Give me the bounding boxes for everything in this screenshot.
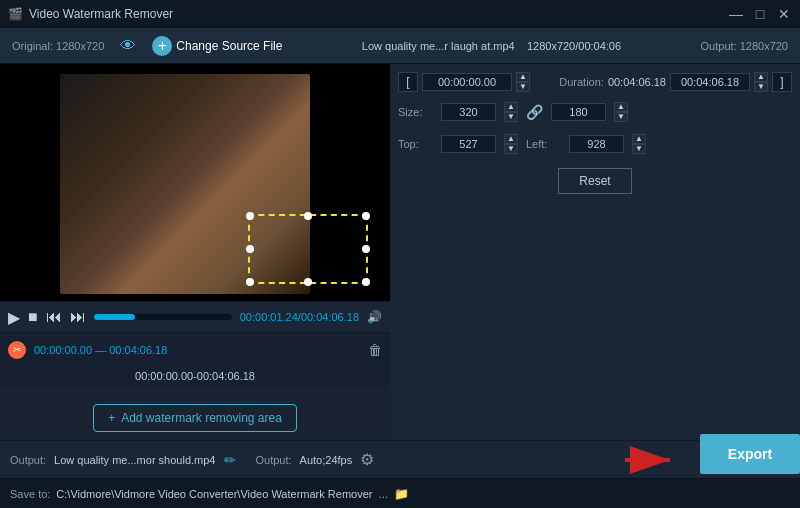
corner-handle-tm[interactable] [304,212,312,220]
eye-icon[interactable]: 👁 [120,37,136,55]
time-display: 00:00:01.24/00:04:06.18 [240,311,359,323]
stop-button[interactable]: ■ [28,308,38,326]
corner-handle-tr[interactable] [362,212,370,220]
volume-icon[interactable]: 🔊 [367,310,382,324]
file-details: 1280x720/00:04:06 [527,40,621,52]
saveto-label: Save to: [10,488,50,500]
position-row: Top: ▲ ▼ Left: ▲ ▼ [398,132,792,156]
titlebar-controls: — □ ✕ [728,6,792,22]
time-bracket-row: [ ▲ ▼ Duration: 00:04:06.18 ▲ ▼ ] [398,72,792,92]
minimize-button[interactable]: — [728,6,744,22]
playback-controls: ▶ ■ ⏮ ⏭ 00:00:01.24/00:04:06.18 🔊 [0,301,390,333]
start-time-input[interactable] [422,73,512,91]
trash-icon[interactable]: 🗑 [368,342,382,358]
watermark-selection-box[interactable] [248,214,368,284]
top-spinner: ▲ ▼ [504,134,518,154]
clip-row: ✂ 00:00:00.00 — 00:04:06.18 🗑 [0,332,390,366]
top-label: Top: [398,138,433,150]
right-panel: [ ▲ ▼ Duration: 00:04:06.18 ▲ ▼ ] Size: [390,64,800,440]
titlebar: 🎬 Video Watermark Remover — □ ✕ [0,0,800,28]
add-watermark-label: Add watermark removing area [121,411,282,425]
export-button[interactable]: Export [700,434,800,474]
width-input[interactable] [441,103,496,121]
height-down[interactable]: ▼ [614,112,628,122]
titlebar-left: 🎬 Video Watermark Remover [8,7,173,21]
start-time-up[interactable]: ▲ [516,72,530,82]
output-filename: Low quality me...mor should.mp4 [54,454,215,466]
width-down[interactable]: ▼ [504,112,518,122]
corner-handle-bl[interactable] [246,278,254,286]
clip-time-range: 00:00:00.00 — 00:04:06.18 [34,344,167,356]
output-file-label: Output: [10,454,46,466]
corner-handle-rm[interactable] [362,245,370,253]
frame-fwd-button[interactable]: ⏭ [70,308,86,326]
settings-icon[interactable]: ⚙ [360,450,374,469]
output-resolution-label: Output: 1280x720 [701,40,788,52]
top-down[interactable]: ▼ [504,144,518,154]
corner-handle-tl[interactable] [246,212,254,220]
width-spinner: ▲ ▼ [504,102,518,122]
saveto-dots-button[interactable]: ... [378,487,388,501]
clip-duration-display: 00:00:00.00-00:04:06.18 [0,366,390,386]
top-input[interactable] [441,135,496,153]
left-spinner: ▲ ▼ [632,134,646,154]
edit-icon[interactable]: ✏ [224,452,236,468]
folder-icon[interactable]: 📁 [394,487,409,501]
end-time-input[interactable] [670,73,750,91]
toolbar: Original: 1280x720 👁 + Change Source Fil… [0,28,800,64]
left-input[interactable] [569,135,624,153]
close-button[interactable]: ✕ [776,6,792,22]
app-title: Video Watermark Remover [29,7,173,21]
end-time-spinner: ▲ ▼ [754,72,768,92]
duration-label: Duration: [559,76,604,88]
output-bar: Output: Low quality me...mor should.mp4 … [0,440,800,478]
content-area: ▶ ■ ⏮ ⏭ 00:00:01.24/00:04:06.18 🔊 ✂ 00:0… [0,64,800,440]
progress-bar-fill [94,314,135,320]
saveto-path: C:\Vidmore\Vidmore Video Converter\Video… [56,488,372,500]
app-icon: 🎬 [8,7,23,21]
corner-handle-lm[interactable] [246,245,254,253]
reset-button[interactable]: Reset [558,168,631,194]
play-button[interactable]: ▶ [8,308,20,327]
add-watermark-button[interactable]: + Add watermark removing area [93,404,297,432]
video-area [0,64,390,301]
frame-back-button[interactable]: ⏮ [46,308,62,326]
clip-icon: ✂ [8,341,26,359]
maximize-button[interactable]: □ [752,6,768,22]
saveto-bar: Save to: C:\Vidmore\Vidmore Video Conver… [0,478,800,508]
height-spinner: ▲ ▼ [614,102,628,122]
size-label: Size: [398,106,433,118]
top-up[interactable]: ▲ [504,134,518,144]
start-time-down[interactable]: ▼ [516,82,530,92]
link-icon[interactable]: 🔗 [526,104,543,120]
corner-handle-br[interactable] [362,278,370,286]
plus-circle-icon: + [152,36,172,56]
left-up[interactable]: ▲ [632,134,646,144]
end-time-down[interactable]: ▼ [754,82,768,92]
left-down[interactable]: ▼ [632,144,646,154]
change-source-label: Change Source File [176,39,282,53]
format-value: Auto;24fps [300,454,353,466]
duration-value: 00:04:06.18 [608,76,666,88]
left-panel: ▶ ■ ⏮ ⏭ 00:00:01.24/00:04:06.18 🔊 ✂ 00:0… [0,64,390,440]
end-time-up[interactable]: ▲ [754,72,768,82]
right-bracket-button[interactable]: ] [772,72,792,92]
start-time-spinner: ▲ ▼ [516,72,530,92]
file-info: Low quality me...r laugh at.mp4 1280x720… [298,40,684,52]
time-input-group: ▲ ▼ [422,72,555,92]
file-name: Low quality me...r laugh at.mp4 [362,40,515,52]
left-bracket-button[interactable]: [ [398,72,418,92]
height-up[interactable]: ▲ [614,102,628,112]
progress-bar[interactable] [94,314,232,320]
height-input[interactable] [551,103,606,121]
add-watermark-plus: + [108,411,115,425]
width-up[interactable]: ▲ [504,102,518,112]
left-label: Left: [526,138,561,150]
original-resolution-label: Original: 1280x720 [12,40,104,52]
change-source-button[interactable]: + Change Source File [152,36,282,56]
size-row: Size: ▲ ▼ 🔗 ▲ ▼ [398,100,792,124]
corner-handle-bm[interactable] [304,278,312,286]
export-arrow [620,446,680,474]
format-label: Output: [256,454,292,466]
